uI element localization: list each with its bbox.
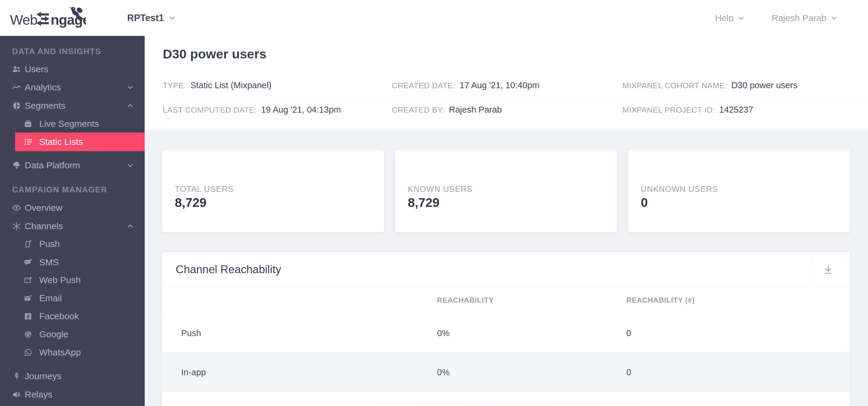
sidebar-item-relays[interactable]: Relays	[0, 385, 145, 404]
google-icon	[23, 329, 33, 339]
meta-divider	[163, 98, 868, 99]
sidebar-item-sms[interactable]: SMS	[0, 253, 145, 271]
sidebar-item-web-push[interactable]: Web Push	[0, 271, 145, 289]
sidebar-item-push[interactable]: Push	[0, 235, 145, 253]
email-icon	[23, 293, 33, 303]
sidebar-item-label: Journeys	[25, 371, 61, 381]
sidebar-item-email[interactable]: Email	[0, 289, 145, 307]
chevron-down-icon	[126, 161, 134, 170]
sidebar-item-google[interactable]: Google	[0, 325, 145, 343]
sidebar: DATA AND INSIGHTS Users Analytics Segmen…	[0, 36, 145, 406]
meta-value: 19 Aug '21, 04:13pm	[261, 105, 341, 115]
stat-label: UNKNOWN USERS	[641, 184, 718, 194]
facebook-icon	[23, 311, 33, 322]
project-switcher[interactable]: RPTest1	[127, 0, 177, 36]
stat-card-total-users: TOTAL USERS 8,729	[162, 149, 384, 233]
cell-reachability: 0%	[437, 367, 450, 377]
sidebar-item-label: Push	[39, 239, 60, 249]
cell-reachability: 0%	[437, 328, 450, 338]
web-push-icon	[23, 275, 33, 285]
sidebar-item-journeys[interactable]: Journeys	[0, 367, 145, 385]
meta-type: TYPE: Static List (Mixpanel)	[163, 80, 272, 90]
cell-channel: Push	[181, 328, 201, 338]
sidebar-item-whatsapp[interactable]: WhatsApp	[0, 343, 145, 362]
webengage-logo[interactable]: Web ngage	[10, 5, 86, 32]
live-segments-icon	[23, 119, 33, 129]
sidebar-item-overview[interactable]: Overview	[0, 199, 145, 217]
meta-value: D30 power users	[732, 80, 798, 90]
meta-value: Static List (Mixpanel)	[190, 80, 272, 90]
sidebar-item-label: Static Lists	[39, 137, 83, 147]
webengage-logo-graphic: Web ngage	[10, 5, 86, 31]
sidebar-item-label: Overview	[25, 203, 62, 213]
sidebar-item-label: Analytics	[25, 82, 61, 93]
meta-label: TYPE:	[163, 81, 186, 90]
stat-value: 0	[641, 196, 648, 210]
sidebar-item-label: Relays	[25, 390, 53, 400]
help-label: Help	[715, 13, 734, 23]
meta-row-1: TYPE: Static List (Mixpanel) CREATED DAT…	[163, 80, 868, 93]
rocket-icon	[11, 371, 22, 381]
sidebar-item-analytics[interactable]: Analytics	[0, 78, 145, 96]
eye-icon	[11, 203, 22, 213]
sidebar-item-label: Web Push	[39, 275, 81, 285]
channel-reachability-title: Channel Reachability	[176, 263, 281, 276]
sidebar-item-label: Users	[25, 64, 48, 74]
meta-label: CREATED DATE:	[392, 81, 456, 90]
chevron-down-icon	[168, 14, 177, 22]
chevron-down-icon	[830, 14, 838, 22]
meta-created-by: CREATED BY: Rajesh Parab	[392, 105, 502, 115]
section-header-campaign-manager: CAMPAIGN MANAGER	[12, 181, 107, 199]
header-divider	[811, 258, 811, 282]
chevron-down-icon	[126, 83, 134, 92]
table-row-push: Push 0% 0	[162, 313, 850, 353]
sidebar-item-data-platform[interactable]: Data Platform	[0, 156, 145, 174]
page-title: D30 power users	[163, 47, 267, 62]
sidebar-item-label: Facebook	[39, 311, 79, 322]
meta-mixpanel-cohort-name: MIXPANEL COHORT NAME: D30 power users	[622, 80, 798, 90]
topbar: Web ngage	[0, 0, 868, 36]
channel-reachability-card: Channel Reachability REACHABILITY REACHA…	[162, 252, 850, 406]
help-menu[interactable]: Help	[715, 13, 745, 23]
sidebar-item-facebook[interactable]: Facebook	[0, 307, 145, 325]
stat-label: TOTAL USERS	[175, 184, 234, 194]
stat-label: KNOWN USERS	[408, 184, 472, 194]
column-header-reachability-count: REACHABILITY (#)	[626, 296, 695, 304]
sidebar-item-segments[interactable]: Segments	[0, 97, 145, 115]
meta-mixpanel-project-id: MIXPANEL PROJECT ID: 1425237	[622, 105, 753, 115]
chevron-up-icon	[126, 102, 134, 110]
meta-label: MIXPANEL PROJECT ID:	[622, 105, 715, 115]
download-icon	[822, 264, 834, 276]
meta-label: MIXPANEL COHORT NAME:	[622, 81, 727, 90]
mobile-push-icon	[23, 239, 33, 249]
analytics-icon	[11, 82, 22, 93]
column-header-reachability: REACHABILITY	[437, 296, 494, 304]
stat-value: 8,729	[175, 196, 207, 210]
users-icon	[11, 64, 22, 74]
channel-reachability-header: Channel Reachability	[162, 252, 850, 287]
cell-channel: In-app	[181, 367, 206, 377]
sidebar-item-label: Channels	[25, 221, 63, 231]
user-name: Rajesh Parab	[772, 13, 827, 23]
content-area: TOTAL USERS 8,729 KNOWN USERS 8,729 UNKN…	[145, 130, 868, 406]
static-lists-icon	[23, 137, 33, 147]
table-row-in-app: In-app 0% 0	[162, 353, 850, 392]
sidebar-item-label: SMS	[39, 257, 59, 267]
sidebar-item-live-segments[interactable]: Live Segments	[0, 115, 145, 133]
cell-reachability-count: 0	[626, 367, 631, 377]
sidebar-item-label: WhatsApp	[39, 347, 81, 358]
whatsapp-icon	[23, 347, 33, 358]
sms-icon	[23, 257, 33, 267]
stat-card-unknown-users: UNKNOWN USERS 0	[628, 149, 850, 233]
sidebar-item-users[interactable]: Users	[0, 60, 145, 78]
megaphone-icon	[11, 390, 22, 400]
user-menu[interactable]: Rajesh Parab	[772, 13, 838, 23]
stat-value: 8,729	[408, 196, 439, 210]
meta-value: Rajesh Parab	[449, 105, 502, 115]
download-button[interactable]	[818, 261, 838, 279]
cell-reachability-count: 0	[626, 328, 631, 338]
sidebar-item-channels[interactable]: Channels	[0, 217, 145, 235]
reachability-table-head: REACHABILITY REACHABILITY (#)	[162, 287, 850, 313]
meta-created-date: CREATED DATE: 17 Aug '21, 10:40pm	[392, 80, 539, 90]
sidebar-item-static-lists[interactable]: Static Lists	[15, 133, 145, 151]
